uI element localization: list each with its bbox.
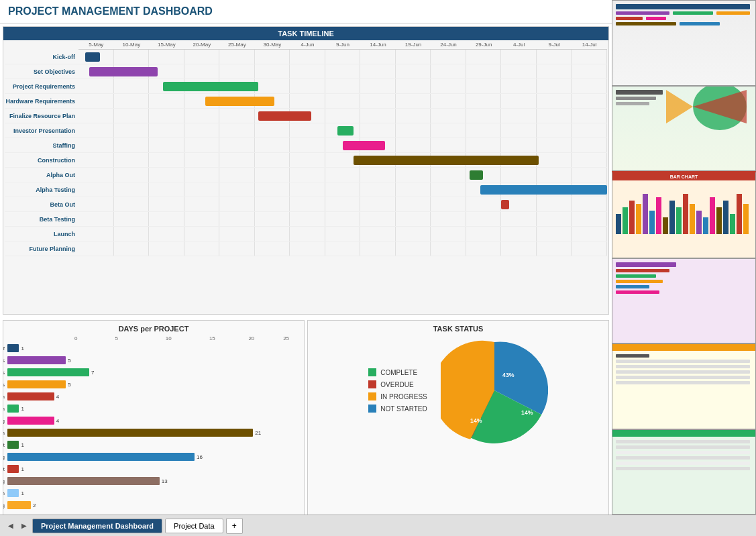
svg-rect-14 (616, 214, 621, 234)
svg-rect-18 (643, 194, 648, 234)
gantt-label-construction: Construction (5, 157, 78, 164)
gantt-bar-area-alphatesting (78, 182, 607, 197)
thumbnail-3[interactable]: BAR CHART (612, 171, 756, 258)
thumb4-svg (612, 259, 755, 343)
svg-rect-3 (716, 11, 750, 15)
bar-row-construction: Construction 21 (7, 427, 300, 438)
bar-value-hwreq: 5 (68, 382, 70, 388)
gantt-label-setobjectives: Set Objectives (5, 68, 78, 75)
svg-rect-13 (616, 102, 649, 105)
bar-fill-setobjectives (7, 356, 66, 364)
bar-label-finalize: Finalize Resource Plan (3, 394, 7, 400)
legend-label-inprogress: IN PROGRESS (380, 393, 427, 400)
thumbnail-1[interactable] (612, 0, 756, 86)
legend-overdue: OVERDUE (368, 380, 427, 388)
svg-rect-44 (616, 370, 750, 374)
svg-rect-4 (616, 17, 643, 20)
gantt-label-alphatesting: Alpha Testing (5, 186, 78, 193)
bar-label-futureplanning: Future Planning (3, 502, 7, 508)
svg-rect-34 (616, 262, 676, 267)
bar-label-investor: Investor Presentation (3, 406, 7, 412)
pie-svg: 43% 14% 14% (441, 337, 548, 444)
date-10may: 10-May (114, 42, 150, 48)
gantt-bar-area-staffing (78, 138, 607, 152)
gantt-row-kickoff: Kick-off (5, 50, 607, 64)
bar-row-setobjectives: Set Objectives 5 (7, 355, 300, 366)
svg-rect-30 (723, 201, 728, 234)
bar-row-alphaout: Alpha Out 1 (7, 439, 300, 450)
legend-label-complete: COMPLETE (380, 369, 417, 376)
bar-fill-construction (7, 429, 253, 437)
svg-rect-25 (690, 204, 695, 234)
legend-label-notstarted: NOT STARTED (380, 405, 427, 413)
svg-rect-15 (623, 207, 628, 234)
svg-rect-27 (703, 217, 708, 234)
bg-lines5 (78, 109, 607, 123)
svg-rect-19 (649, 211, 655, 234)
svg-rect-39 (616, 290, 659, 294)
svg-rect-40 (612, 344, 755, 351)
bar-value-launch: 1 (21, 490, 23, 496)
tab-arrow-right[interactable]: ▶ (19, 521, 30, 531)
tab-add-button[interactable]: + (226, 518, 243, 534)
gantt-bar-alphatesting (480, 185, 607, 195)
thumb3-header: BAR CHART (612, 173, 755, 180)
bar-value-alphaout: 1 (21, 442, 23, 448)
gantt-label-staffing: Staffing (5, 142, 78, 149)
bar-label-alphaout: Alpha Out (3, 442, 7, 448)
bar-label-betatesting: Beta Testing (3, 478, 7, 484)
thumbnail-5[interactable] (612, 343, 756, 429)
thumb5-svg (612, 344, 755, 429)
date-19jun: 19-Jun (396, 42, 431, 48)
tab-projectdata[interactable]: Project Data (165, 519, 223, 533)
gantt-inner: 5-May 10-May 15-May 20-May 25-May 30-May… (3, 40, 608, 258)
task-status-title: TASK STATUS (433, 325, 484, 333)
legend-complete: COMPLETE (368, 368, 427, 376)
thumbnail-2[interactable] (612, 86, 756, 172)
gantt-row-finalize: Finalize Resource Plan (5, 109, 607, 123)
tab-arrow-left[interactable]: ◀ (5, 521, 16, 531)
tab-dashboard[interactable]: Project Management Dashboard (32, 519, 162, 533)
gantt-row-betatesting: Beta Testing (5, 212, 607, 227)
bar-fill-alphaout (7, 441, 19, 449)
svg-rect-41 (616, 354, 649, 358)
gantt-bar-area-construction (78, 153, 607, 167)
bar-fill-staffing (7, 417, 54, 425)
bar-fill-investor (7, 405, 19, 413)
right-panel: BAR CHART (612, 0, 756, 515)
svg-rect-33 (743, 204, 749, 234)
svg-rect-36 (616, 274, 656, 278)
thumb1-svg (612, 1, 755, 85)
thumbnail-4[interactable] (612, 258, 756, 344)
gantt-bar-area-betaout (78, 197, 607, 211)
thumbnail-6[interactable] (612, 429, 756, 515)
bar-value-kickoff: 1 (21, 345, 23, 352)
gantt-row-construction: Construction (5, 153, 607, 168)
bottom-bar: ◀ ▶ Project Management Dashboard Project… (0, 515, 756, 536)
gantt-row-alphatesting: Alpha Testing (5, 182, 607, 197)
gantt-bar-kickoff (85, 52, 99, 62)
bg-lines2 (78, 64, 607, 78)
svg-rect-20 (656, 197, 661, 234)
svg-marker-10 (666, 90, 693, 123)
bar-label-setobjectives: Set Objectives (3, 358, 7, 364)
svg-rect-2 (673, 11, 713, 15)
date-5may: 5-May (78, 42, 114, 48)
bg-lines12 (78, 212, 607, 226)
bg-lines9 (78, 168, 607, 182)
gantt-bar-area-kickoff (78, 50, 607, 64)
gantt-bar-area-betatesting (78, 212, 607, 226)
dashboard-title: PROJECT MANAGEMENT DASHBOARD (0, 0, 612, 23)
bar-fill-projreq (7, 368, 89, 376)
pie-label-inprogress: 14% (470, 417, 482, 424)
legend-inprogress: IN PROGRESS (368, 392, 427, 400)
svg-rect-21 (663, 217, 668, 234)
bar-fill-kickoff (7, 344, 19, 352)
svg-rect-29 (716, 207, 722, 234)
bar-label-alphatesting: Alpha Testing (3, 454, 7, 460)
bg-lines11 (78, 197, 607, 211)
svg-rect-16 (629, 201, 635, 234)
date-9jun: 9-Jun (325, 42, 361, 48)
gantt-bar-investor (337, 126, 354, 136)
gantt-label-projreq: Project Requirements (5, 83, 78, 90)
